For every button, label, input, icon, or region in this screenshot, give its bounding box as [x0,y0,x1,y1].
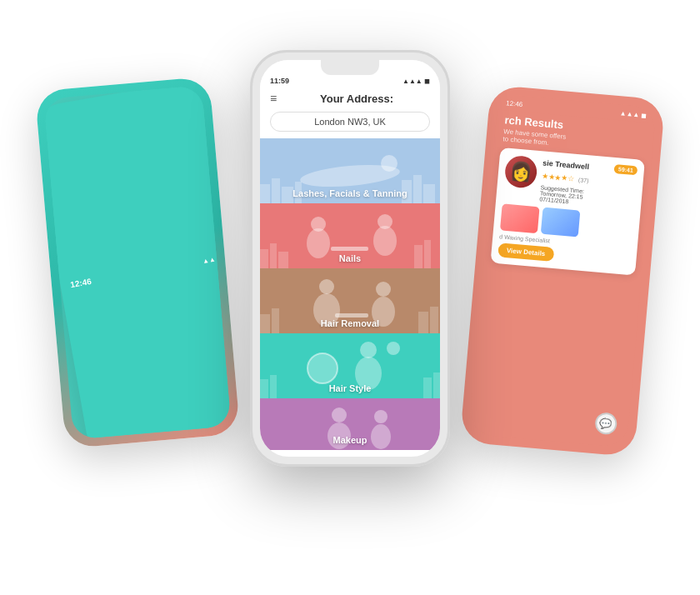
category-makeup-label: Makeup [260,435,440,445]
provider-card: 👩 sie Treadwell 59:41 ★★★★☆ (37) Suggest… [491,148,645,276]
category-lashes-label: Lashes, Facials & Tanning [260,188,440,198]
provider-info: sie Treadwell 59:41 ★★★★☆ (37) Suggested… [539,158,638,210]
svg-point-43 [360,342,377,358]
work-thumbnail-nails [500,203,540,233]
svg-point-52 [374,410,388,423]
category-hair-style[interactable]: Hair Style [260,333,440,398]
svg-point-42 [308,353,338,383]
address-input[interactable]: London NW3, UK [270,112,430,132]
right-signal: ▲▲▲ ◼ [619,109,648,119]
category-nails-label: Nails [260,253,440,263]
work-thumbnail-hair [541,208,581,238]
avatar: 👩 [504,155,538,189]
center-signal: ▲▲▲ ◼ [402,78,430,85]
left-phone-signal: ▲▲ ◼ [202,253,223,264]
timer-badge: 59:41 [614,164,638,175]
chat-icon[interactable]: 💬 [594,412,618,435]
category-nails[interactable]: Nails [260,203,440,268]
svg-rect-37 [335,313,368,318]
svg-point-50 [332,408,347,422]
category-hair-removal[interactable]: Hair Removal [260,268,440,333]
center-time: 11:59 [270,77,289,85]
provider-header: 👩 sie Treadwell 59:41 ★★★★☆ (37) Suggest… [502,155,638,211]
reviews-count: (37) [578,177,589,183]
svg-rect-27 [331,247,368,251]
left-phone: 12:46 ▲▲ ◼ ✕ Select Services [35,77,241,449]
view-details-button[interactable]: View Details [498,242,554,262]
svg-point-35 [376,282,391,297]
category-makeup[interactable]: Makeup [260,398,440,450]
category-hair-style-label: Hair Style [260,383,440,393]
notch [321,60,379,75]
star-rating: ★★★★☆ [541,172,575,182]
menu-icon[interactable]: ≡ [270,92,277,105]
phones-container: 12:46 ▲▲ ◼ ✕ Select Services [0,0,700,595]
center-nav-bar: ≡ Your Address: [260,88,440,110]
svg-point-33 [319,279,334,294]
center-phone: 11:59 ▲▲▲ ◼ ≡ Your Address: London NW3, … [250,50,450,467]
address-title: Your Address: [283,92,430,105]
category-lashes[interactable]: Lashes, Facials & Tanning [260,138,440,203]
svg-point-26 [373,226,397,256]
svg-point-15 [381,155,398,172]
right-phone: 12:46 ▲▲▲ ◼ rch Results We have some off… [460,85,666,458]
avatar-face: 👩 [509,160,533,183]
right-time: 12:46 [506,99,523,108]
left-phone-time: 12:46 [69,276,92,288]
svg-point-45 [387,342,400,355]
category-hair-removal-label: Hair Removal [260,318,440,328]
